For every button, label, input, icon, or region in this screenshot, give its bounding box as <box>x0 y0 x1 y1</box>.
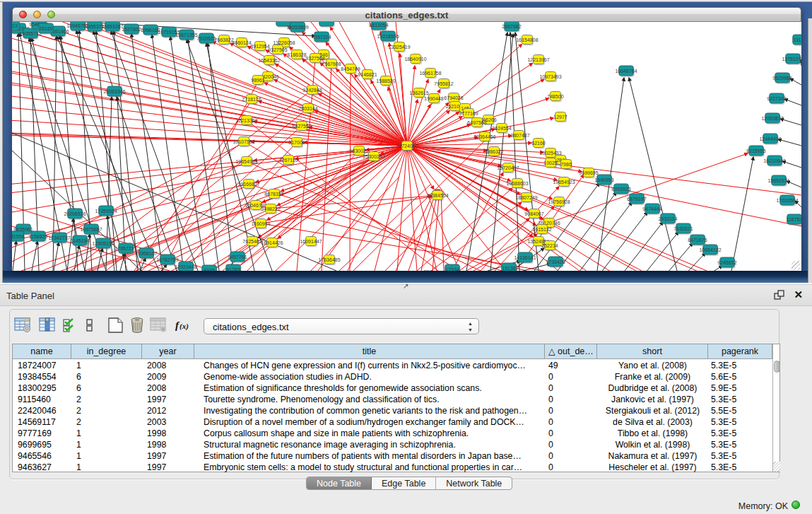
svg-text:7632621: 7632621 <box>673 226 693 231</box>
svg-text:15720407: 15720407 <box>497 165 519 170</box>
svg-text:1362615: 1362615 <box>409 90 428 95</box>
svg-text:10688603: 10688603 <box>506 181 528 186</box>
svg-text:10025433: 10025433 <box>539 151 561 156</box>
svg-text:8813054: 8813054 <box>369 23 388 28</box>
svg-text:9245: 9245 <box>204 268 215 271</box>
svg-text:8912954: 8912954 <box>250 44 269 49</box>
svg-text:16033809: 16033809 <box>286 25 308 30</box>
svg-text:18640910: 18640910 <box>404 57 426 62</box>
svg-text:19756928: 19756928 <box>548 199 570 204</box>
svg-text:19654923: 19654923 <box>553 180 575 185</box>
svg-text:9084067: 9084067 <box>524 211 543 216</box>
svg-text:98961: 98961 <box>251 78 265 83</box>
svg-text:16648784: 16648784 <box>615 69 637 74</box>
svg-text:16961758: 16961758 <box>419 71 441 76</box>
svg-text:7515526: 7515526 <box>196 36 216 41</box>
svg-text:10958107: 10958107 <box>135 251 157 256</box>
svg-text:817006: 817006 <box>288 140 305 145</box>
svg-text:9327508: 9327508 <box>305 56 324 61</box>
svg-text:8186328: 8186328 <box>287 52 306 57</box>
svg-text:7986: 7986 <box>560 162 572 167</box>
svg-text:12213967: 12213967 <box>527 57 549 62</box>
svg-text:748500: 748500 <box>547 94 563 99</box>
svg-text:62160: 62160 <box>531 141 546 146</box>
svg-text:8427552: 8427552 <box>292 124 311 129</box>
svg-text:17636485: 17636485 <box>318 257 340 262</box>
svg-text:18724007: 18724007 <box>396 144 418 148</box>
svg-text:8660124: 8660124 <box>232 40 251 45</box>
svg-text:2687682: 2687682 <box>502 24 521 29</box>
svg-text:9313: 9313 <box>12 23 18 28</box>
svg-text:19218506: 19218506 <box>377 34 399 39</box>
svg-text:6879197: 6879197 <box>627 197 646 201</box>
svg-text:20364456: 20364456 <box>473 134 495 139</box>
svg-text:1160994: 1160994 <box>252 221 271 226</box>
svg-text:1640953: 1640953 <box>594 177 613 182</box>
svg-text:8678335: 8678335 <box>264 192 283 197</box>
svg-text:12505135: 12505135 <box>92 241 114 246</box>
svg-text:9245652: 9245652 <box>717 260 736 265</box>
svg-text:252214: 252214 <box>541 243 558 248</box>
svg-text:13226058: 13226058 <box>273 40 295 45</box>
svg-text:9529966: 9529966 <box>772 76 792 81</box>
svg-text:10654122: 10654122 <box>699 247 721 252</box>
svg-text:17359924: 17359924 <box>95 209 117 214</box>
svg-text:15692971: 15692971 <box>767 178 789 183</box>
svg-text:7663822: 7663822 <box>214 37 233 42</box>
svg-text:3624554: 3624554 <box>492 126 511 131</box>
svg-text:7955812: 7955812 <box>434 81 453 86</box>
svg-text:10807487: 10807487 <box>507 133 529 138</box>
svg-text:9146821: 9146821 <box>358 72 377 77</box>
svg-text:9327505: 9327505 <box>268 47 287 52</box>
svg-text:12977: 12977 <box>553 115 567 119</box>
svg-text:81783: 81783 <box>226 267 240 271</box>
svg-text:19384554: 19384554 <box>426 193 448 198</box>
svg-text:6497568: 6497568 <box>467 120 486 125</box>
svg-text:17334: 17334 <box>445 267 459 271</box>
svg-text:10975867: 10975867 <box>80 227 102 232</box>
svg-text:14136141: 14136141 <box>514 255 536 260</box>
svg-text:12213369: 12213369 <box>235 118 257 123</box>
svg-text:18914426: 18914426 <box>261 240 283 245</box>
svg-text:7625402: 7625402 <box>242 239 261 244</box>
svg-text:8471676: 8471676 <box>688 238 707 243</box>
svg-text:2718176: 2718176 <box>242 97 261 102</box>
svg-text:12444419: 12444419 <box>759 136 781 141</box>
svg-text:9830022: 9830022 <box>349 148 368 153</box>
svg-text:3267110: 3267110 <box>279 158 298 163</box>
svg-text:10107552: 10107552 <box>233 139 254 144</box>
svg-text:10853267: 10853267 <box>101 24 123 29</box>
svg-text:7986322: 7986322 <box>484 149 503 154</box>
svg-text:10025: 10025 <box>543 160 558 165</box>
svg-text:6794028: 6794028 <box>444 95 463 100</box>
svg-text:9777169: 9777169 <box>459 111 478 116</box>
svg-text:12342737: 12342737 <box>48 235 70 240</box>
svg-text:1145194: 1145194 <box>71 238 90 243</box>
svg-text:1527602: 1527602 <box>122 27 141 32</box>
svg-text:26160: 26160 <box>39 26 53 31</box>
svg-text:12093877: 12093877 <box>761 116 783 121</box>
svg-text:3498222: 3498222 <box>261 206 280 211</box>
svg-text:1733426: 1733426 <box>546 259 565 264</box>
svg-text:16091447: 16091447 <box>300 239 322 244</box>
svg-text:7357224: 7357224 <box>312 35 331 40</box>
svg-text:16154808: 16154808 <box>516 37 538 42</box>
svg-text:1615132: 1615132 <box>532 227 551 232</box>
svg-text:8835061: 8835061 <box>13 227 33 232</box>
svg-text:9227343: 9227343 <box>767 96 786 101</box>
svg-text:16543362: 16543362 <box>258 58 280 63</box>
svg-text:8953923: 8953923 <box>611 187 630 192</box>
svg-text:16782759: 16782759 <box>156 257 178 262</box>
svg-text:2933114: 2933114 <box>659 216 678 221</box>
svg-text:9457791: 9457791 <box>228 255 247 259</box>
svg-text:13325419: 13325419 <box>388 45 410 49</box>
svg-text:8215955: 8215955 <box>746 148 765 153</box>
svg-text:20206536: 20206536 <box>64 211 86 216</box>
svg-text:1156829: 1156829 <box>29 234 48 239</box>
svg-text:19166827: 19166827 <box>237 182 259 187</box>
svg-text:2367608: 2367608 <box>322 62 341 66</box>
svg-text:10671355: 10671355 <box>175 33 197 37</box>
svg-text:8454749: 8454749 <box>341 66 360 71</box>
svg-text:26053346: 26053346 <box>103 89 125 94</box>
svg-text:12923448: 12923448 <box>175 264 196 269</box>
